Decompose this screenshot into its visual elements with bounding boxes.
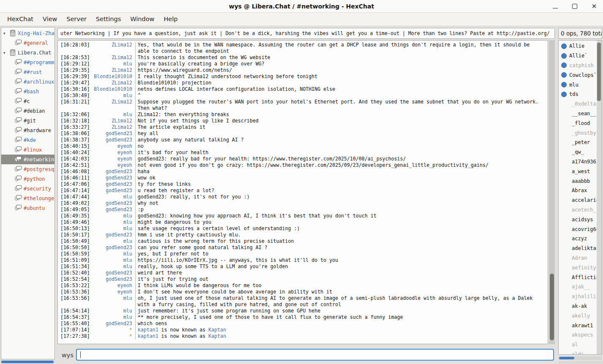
user-name: ajhalili2: [572, 293, 599, 299]
tree-channel-row[interactable]: #kde: [1, 135, 54, 145]
user-list-item[interactable]: a174n936: [559, 157, 602, 167]
tree-server-row[interactable]: ▾Xing-Hai-Zhan: [1, 28, 54, 38]
scrollbar-thumb[interactable]: [597, 43, 601, 101]
user-list-item[interactable]: _ghostbyte: [559, 128, 602, 138]
tree-channel-row[interactable]: #postgresql: [1, 164, 54, 174]
user-list-item[interactable]: _0xdelta: [559, 99, 602, 109]
tree-channel-row[interactable]: #python: [1, 174, 54, 184]
user-list-item[interactable]: acovrig60: [559, 224, 602, 234]
user-list-item[interactable]: Cowclops`: [559, 70, 602, 80]
user-name: acetech_: [572, 207, 596, 213]
tree-channel-row[interactable]: ##rust: [1, 67, 54, 77]
user-list-item[interactable]: ajhalili2: [559, 292, 602, 302]
expander-icon[interactable]: ▾: [3, 51, 8, 55]
tree-channel-row[interactable]: #archlinux: [1, 77, 54, 87]
user-name: acidsys: [572, 217, 593, 223]
tree-channel-row[interactable]: #hardware: [1, 125, 54, 135]
maximize-button[interactable]: [571, 3, 579, 10]
scrollbar-thumb[interactable]: [1, 361, 54, 363]
user-list-item[interactable]: akspecs: [559, 330, 602, 340]
chat-timestamp: [16:38:06]: [58, 130, 93, 137]
tree-channel-row[interactable]: #security: [1, 184, 54, 193]
close-button[interactable]: ✕: [590, 3, 598, 10]
chat-line: [16:53:56]mluoh, I just used one of thos…: [58, 295, 548, 308]
chat-nick: godSend23: [93, 321, 132, 327]
chat-vscrollbar[interactable]: [549, 40, 555, 344]
scrollbar-thumb[interactable]: [559, 357, 574, 359]
channel-tree-hscrollbar[interactable]: [1, 360, 54, 364]
scrollbar-thumb[interactable]: [550, 274, 554, 340]
user-list-item[interactable]: akelly: [559, 311, 602, 321]
user-list-item[interactable]: ajak__: [559, 282, 602, 292]
menu-item-settings[interactable]: Settings: [91, 13, 125, 26]
tree-channel-row[interactable]: #debian: [1, 106, 54, 116]
user-list-item[interactable]: aaabbb: [559, 176, 602, 186]
userlist-vscrollbar[interactable]: [597, 41, 602, 354]
channel-icon: [15, 98, 22, 104]
tree-channel-row[interactable]: #bash: [1, 87, 54, 96]
chat-message: godSend23: really, it's not for you :): [135, 194, 548, 200]
user-list-item[interactable]: akrawt1: [559, 321, 602, 330]
menu-item-server[interactable]: Server: [62, 13, 91, 26]
chat-message: safe usage requires a certain level of u…: [135, 225, 548, 232]
tree-channel-row[interactable]: #linux: [1, 145, 54, 155]
topic-input[interactable]: uter Networking | If you have a question…: [57, 28, 555, 39]
user-list-item[interactable]: accelario: [559, 196, 602, 205]
menu-item-window[interactable]: Window: [126, 13, 159, 26]
menu-item-view[interactable]: View: [38, 13, 62, 26]
user-list-item[interactable]: __sean__: [559, 109, 602, 119]
tree-channel-row[interactable]: #general: [1, 38, 54, 48]
user-list-item[interactable]: Allie: [559, 41, 602, 51]
chat-message: really, hook up some TTS to a LLM and yo…: [135, 263, 548, 270]
chat-nick: godSend23: [93, 244, 132, 251]
chat-line: [16:50:13]mlusafe usage requires a certa…: [58, 225, 548, 232]
user-list-item[interactable]: aldi: [559, 350, 602, 355]
user-name: catphish: [569, 62, 594, 68]
menu-item-hexchat[interactable]: HexChat: [3, 13, 38, 26]
tree-channel-row[interactable]: #networking: [1, 155, 54, 164]
user-list-item[interactable]: _flood: [559, 118, 602, 128]
message-input[interactable]: [76, 349, 554, 361]
chat-line: [16:31:21]ZLima12Suppose you plugged the…: [58, 99, 548, 111]
user-list-item[interactable]: Affliction: [559, 272, 602, 282]
user-list-item[interactable]: ak-ak: [559, 302, 602, 311]
chat-timestamp: [16:32:06]: [58, 111, 93, 118]
tree-channel-row[interactable]: #ubuntu: [1, 203, 54, 213]
user-list-item[interactable]: Abrax: [559, 186, 602, 196]
menu-item-help[interactable]: Help: [159, 13, 182, 26]
user-name: aldi: [572, 351, 584, 355]
user-status-dot-icon: [561, 82, 567, 87]
user-list-item[interactable]: catphish: [559, 61, 602, 71]
tree-channel-row[interactable]: #thelounge: [1, 193, 54, 203]
chat-message: hey all: [135, 130, 548, 137]
user-list-item[interactable]: Allie`: [559, 51, 602, 61]
tree-channel-row[interactable]: #git: [1, 116, 54, 125]
user-list-item[interactable]: acidsys: [559, 215, 602, 224]
chat-nick: ZLima12: [93, 124, 132, 130]
own-nick-button[interactable]: wys: [62, 349, 73, 361]
user-list-item[interactable]: aczyz: [559, 234, 602, 244]
user-list: AllieAllie`catphishCowclops`mlutds_0xdel…: [558, 40, 602, 355]
user-name: Cowclops`: [569, 72, 597, 78]
user-list-item[interactable]: aefinity: [559, 263, 602, 272]
user-list-item[interactable]: _qw_: [559, 147, 602, 157]
tree-server-row[interactable]: ▾Libera.Chat: [1, 48, 54, 57]
user-list-item[interactable]: a_west: [559, 166, 602, 176]
user-name: al: [572, 342, 578, 348]
user-list-item[interactable]: adeliktas: [559, 244, 602, 253]
tree-channel-row[interactable]: ##programming: [1, 57, 54, 67]
userlist-hscrollbar[interactable]: [558, 356, 602, 360]
user-list-item[interactable]: _peter: [559, 138, 602, 147]
tree-channel-row[interactable]: #c: [1, 96, 54, 106]
user-list-item[interactable]: Adran: [559, 253, 602, 263]
chat-nick: godSend23: [93, 130, 132, 137]
user-list-item[interactable]: acetech_: [559, 205, 602, 215]
user-list-item[interactable]: al: [559, 340, 602, 350]
chat-nick: eyeoh: [93, 289, 132, 295]
expander-icon[interactable]: ▾: [3, 31, 8, 35]
minimize-button[interactable]: [551, 3, 559, 10]
channel-icon: [15, 176, 22, 182]
user-list-item[interactable]: tds: [559, 90, 602, 99]
chat-message: ZLima12: then everything breaks: [135, 111, 548, 118]
user-list-item[interactable]: mlu: [559, 80, 602, 90]
